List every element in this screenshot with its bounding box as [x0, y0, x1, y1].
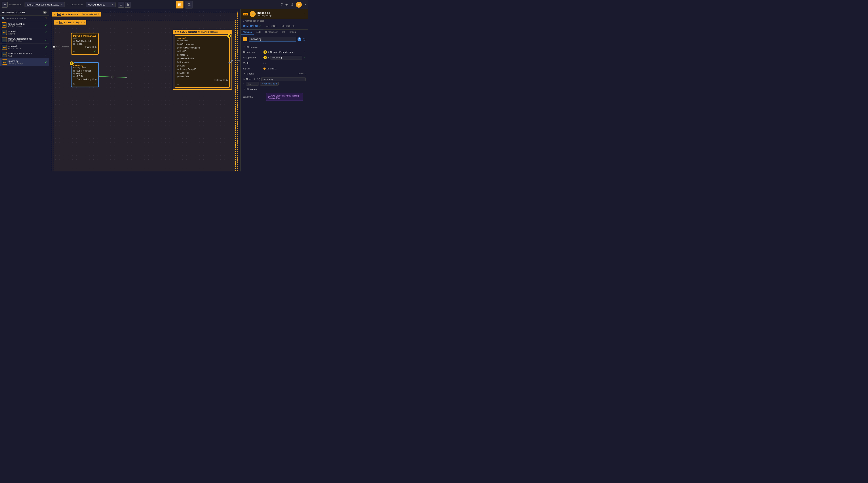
tags-section-header[interactable]: ▼ {} tags 1 Item ℹ: [241, 71, 308, 76]
region-container: ▼ ⊞ us-east-1 Region: 3 AWS Credential ▼: [54, 20, 236, 172]
workspace-label: WORKSPACE:: [9, 4, 22, 6]
subtab-diff[interactable]: Diff: [280, 30, 287, 35]
subtab-code[interactable]: Code: [254, 30, 263, 35]
diagram-container: ▼ ⊞ si-tools-sandbox AWS Credential: 1 ▼…: [52, 12, 238, 172]
component-name: macos-sg: [8, 60, 43, 62]
tag-key-input[interactable]: [246, 82, 259, 86]
filter-icon[interactable]: ▽: [45, 17, 47, 20]
component-type: Security Group: [8, 62, 43, 65]
attr-region-value: us-east-1: [267, 67, 306, 70]
component-item-si-tools-sandbox[interactable]: aws si-tools-sandbox AWS Credential ✓: [0, 21, 49, 29]
delete-button[interactable]: 🗑: [125, 2, 131, 8]
workspace-dropdown-icon: ▼: [61, 3, 63, 6]
groupname-input[interactable]: [270, 56, 302, 59]
sonoma-output: Image ID: [73, 46, 96, 48]
changeset-selector[interactable]: MacOS How-to ▼: [86, 2, 116, 7]
macos-host-container: ▼ ⊞ macOS dedicated host AWS EC2 Host: 1…: [173, 30, 232, 90]
component-item-macos-sg[interactable]: aws macos-sg Security Group ✓: [0, 58, 49, 66]
macos-1-node[interactable]: macos-1 EC2 Instance AWS Credential Bloc…: [175, 35, 230, 88]
macos-1-subtitle: EC2 Instance: [177, 39, 188, 42]
component-item-macos-dedicated-host[interactable]: aws macOS dedicated host AWS EC2 Host ✓: [0, 36, 49, 43]
diagram-outline-title: DIAGRAM OUTLINE: [2, 11, 42, 14]
tab-resource[interactable]: RESOURCE: [279, 23, 297, 29]
port-region: Region: [177, 65, 228, 67]
sandbox-icon: ⊞: [57, 13, 61, 16]
tags-info-icon[interactable]: ℹ: [305, 72, 306, 75]
description-info-icon[interactable]: ℹ: [268, 51, 269, 54]
component-name-input[interactable]: [249, 37, 296, 41]
user-menu-arrow[interactable]: ▼: [304, 3, 306, 6]
diagram-mode-button[interactable]: ⊞: [176, 1, 183, 8]
sonoma-check: ✓: [94, 50, 96, 53]
attr-credential-label: credential: [243, 96, 262, 98]
region-icon: ⊞: [59, 21, 63, 24]
component-type: AWS Credential: [8, 25, 43, 28]
domain-section-header[interactable]: ▼ ▤ domain: [241, 45, 308, 49]
attr-description-label: Description: [243, 51, 262, 53]
macos-sg-check: ✓: [94, 82, 96, 85]
macos-sg-subtitle: Security Group: [73, 67, 96, 69]
secrets-label: secrets: [250, 88, 257, 91]
fit-view-button[interactable]: ⊞: [118, 2, 124, 8]
help-icon[interactable]: ?: [281, 3, 283, 6]
description-badge: 5: [264, 50, 267, 54]
subtab-attributes[interactable]: Attributes: [241, 30, 254, 35]
secrets-section-header[interactable]: ▼ ▤ secrets: [241, 87, 308, 91]
component-name: macos-1: [8, 45, 43, 48]
attr-vpcid-label: VpcId: [243, 62, 262, 64]
port-key-name: Key Name: [177, 61, 228, 63]
region-collapse-icon[interactable]: ▼: [56, 21, 58, 24]
component-type: EC2 Instance: [8, 48, 43, 50]
tab-actions[interactable]: ACTIONS: [264, 23, 279, 29]
sonoma-node[interactable]: macOS Sonoma 14.6.1 AMI AWS Credential R…: [71, 33, 99, 55]
component-item-macos-sonoma[interactable]: aws macOS Sonoma 14.6.1 AMI ✓: [0, 51, 49, 58]
component-name: us-east-1: [8, 30, 43, 33]
add-map-item-button[interactable]: + Add map item: [260, 82, 279, 86]
groupname-info-icon[interactable]: ℹ: [268, 56, 269, 59]
diagram-outline-badge: 6: [43, 11, 47, 14]
tab-actions-label: ACTIONS: [266, 25, 276, 27]
code-mode-button[interactable]: ⚗: [185, 1, 193, 8]
macos-1-output: Instance ID: [177, 79, 228, 81]
color-swatch[interactable]: [243, 37, 247, 41]
tags-collapse-icon: ▼: [243, 72, 245, 75]
toolbar-icons: ⊞ 🗑: [118, 2, 131, 8]
canvas-area[interactable]: ▼ ⊞ si-tools-sandbox AWS Credential: 1 ▼…: [49, 9, 240, 172]
top-bar: SI WORKSPACE: paul's Production Workspac…: [0, 0, 308, 9]
workspace-selector[interactable]: paul's Production Workspace ▼: [25, 2, 65, 7]
attr-region-label: region: [243, 67, 262, 70]
subtab-debug[interactable]: Debug: [287, 30, 298, 35]
tab-component[interactable]: COMPONENT ✓: [241, 23, 264, 29]
host-icon: ⊞: [177, 31, 179, 33]
discord-icon[interactable]: ◈: [285, 3, 288, 6]
component-type: AMI: [8, 55, 43, 57]
attr-groupname-label: GroupName: [243, 56, 262, 59]
macos-1-footer: ⊞ ✓: [177, 83, 228, 86]
component-search-input[interactable]: [6, 17, 44, 20]
right-panel: aws 🔒 macos-sg Security Group ⋮ 3 minute…: [240, 9, 308, 172]
port-aws-cred: AWS Credential: [177, 43, 228, 45]
tag-delete-button[interactable]: 🗑: [253, 78, 256, 81]
component-icon-aws: aws: [2, 30, 7, 35]
credential-value[interactable]: ☁ AWS Credential / Paul Testing Assume R…: [266, 93, 303, 101]
changeset-label: CHANGE SET:: [71, 4, 83, 6]
macos-host-header: ▼ ⊞ macOS dedicated host AWS EC2 Host: 1: [173, 30, 231, 34]
component-item-macos-1[interactable]: aws macos-1 EC2 Instance ✓: [0, 43, 49, 51]
tab-resource-label: RESOURCE: [281, 25, 294, 27]
svg-point-1: [98, 76, 100, 77]
collapse-icon[interactable]: ▼: [54, 13, 56, 16]
badge-6: 6: [227, 34, 231, 38]
tag-arrow-icon: ↳: [243, 78, 245, 81]
port-sg-id: Security Group ID: [177, 68, 228, 70]
top-right-actions: ? ◈ ⚙ P ▼: [281, 2, 306, 8]
cube-icon[interactable]: ⬡: [303, 37, 306, 41]
host-collapse-icon[interactable]: ▼: [174, 31, 177, 33]
user-avatar[interactable]: P: [296, 2, 302, 8]
component-menu-icon[interactable]: ⋮: [303, 12, 306, 16]
macos-sg-node[interactable]: macos-sg Security Group AWS Credential R…: [71, 63, 99, 87]
settings-icon[interactable]: ⚙: [290, 3, 293, 6]
tag-value-input[interactable]: [261, 77, 306, 81]
port-instance-profile: Instance Profile: [177, 57, 228, 60]
component-item-us-east-1[interactable]: aws us-east-1 Region ✓: [0, 29, 49, 36]
subtab-qualifications[interactable]: Qualifications: [263, 30, 280, 35]
